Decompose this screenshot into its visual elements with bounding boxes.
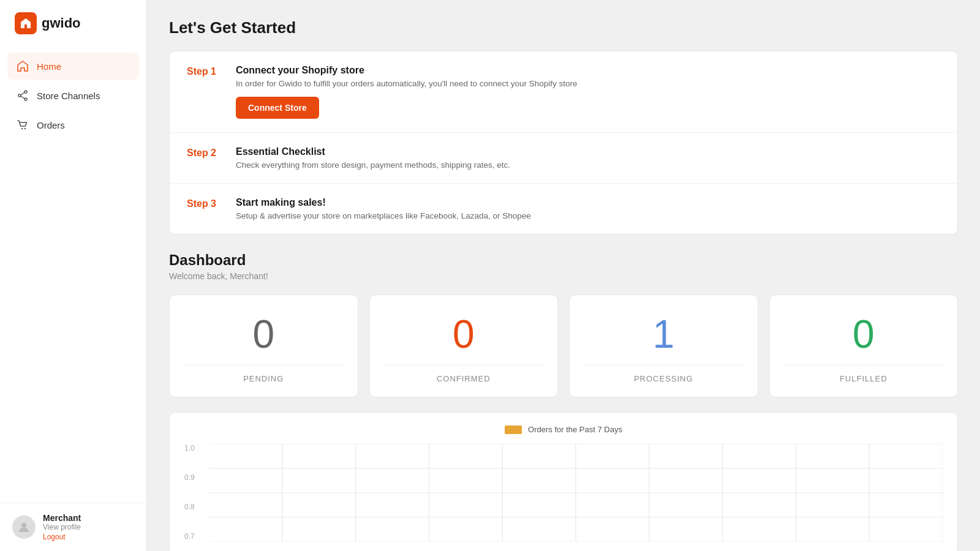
step-2-desc: Check everything from store design, paym…: [236, 160, 940, 170]
step-3-desc: Setup & advertise your store on marketpl…: [236, 211, 940, 220]
chart-legend: Orders for the Past 7 Days: [184, 425, 943, 434]
stat-pending-label: PENDING: [243, 374, 284, 383]
step-1-row: Step 1 Connect your Shopify store In ord…: [170, 51, 957, 133]
y-axis-0.8: 0.8: [184, 503, 206, 511]
logo-icon: [15, 12, 37, 34]
step-2-title: Essential Checklist: [236, 146, 940, 157]
svg-point-7: [21, 523, 26, 528]
view-profile-link[interactable]: View profile: [43, 523, 81, 531]
logo-text: gwido: [42, 15, 81, 31]
step-1-title: Connect your Shopify store: [236, 65, 940, 76]
svg-point-1: [18, 94, 21, 97]
step-2-content: Essential Checklist Check everything fro…: [236, 146, 940, 170]
legend-color-dot: [505, 425, 522, 434]
user-info: Merchant View profile Logout: [43, 513, 81, 541]
dashboard-subtitle: Welcome back, Merchant!: [169, 271, 958, 281]
sidebar-user: Merchant View profile Logout: [0, 503, 146, 551]
avatar: [12, 515, 36, 539]
step-3-title: Start making sales!: [236, 197, 940, 208]
svg-point-0: [24, 91, 27, 93]
chart-container: 1.0 0.9 0.8 0.7: [184, 444, 943, 542]
stat-card-processing: 1 PROCESSING: [569, 294, 758, 397]
sidebar-item-home[interactable]: Home: [7, 53, 139, 80]
stat-confirmed-value: 0: [453, 315, 475, 354]
home-icon: [16, 59, 29, 73]
share-icon: [16, 89, 29, 102]
user-name: Merchant: [43, 513, 81, 523]
chart-card: Orders for the Past 7 Days 1.0 0.9 0.8 0…: [169, 412, 958, 551]
step-1-desc: In order for Gwido to fulfill your order…: [236, 79, 940, 88]
sidebar-nav: Home Store Channels: [0, 53, 146, 503]
logout-link[interactable]: Logout: [43, 533, 81, 541]
stat-card-fulfilled: 0 FULFILLED: [769, 294, 959, 397]
cart-icon: [16, 118, 29, 132]
stats-grid: 0 PENDING 0 CONFIRMED 1 PROCESSING 0 FUL…: [169, 294, 958, 397]
sidebar-item-orders[interactable]: Orders: [7, 111, 139, 138]
stat-fulfilled-value: 0: [853, 315, 875, 354]
svg-point-5: [21, 128, 23, 129]
main-content: Let's Get Started Step 1 Connect your Sh…: [147, 0, 980, 551]
stat-fulfilled-label: FULFILLED: [840, 374, 888, 383]
y-axis-1.0: 1.0: [184, 444, 206, 452]
step-2-row: Step 2 Essential Checklist Check everyth…: [170, 133, 957, 184]
logo: gwido: [0, 0, 146, 47]
step-1-label: Step 1: [187, 65, 236, 77]
sidebar-item-orders-label: Orders: [37, 120, 65, 130]
step-3-content: Start making sales! Setup & advertise yo…: [236, 197, 940, 220]
stat-card-confirmed: 0 CONFIRMED: [369, 294, 559, 397]
svg-line-4: [21, 96, 24, 99]
svg-point-2: [24, 98, 27, 100]
chart-y-axis: 1.0 0.9 0.8 0.7: [184, 444, 206, 542]
y-axis-0.7: 0.7: [184, 532, 206, 541]
chart-legend-label: Orders for the Past 7 Days: [528, 425, 622, 434]
svg-line-3: [21, 92, 24, 95]
sidebar: gwido Home Store Channels: [0, 0, 147, 551]
y-axis-0.9: 0.9: [184, 473, 206, 482]
stat-processing-value: 1: [652, 315, 674, 354]
step-3-label: Step 3: [187, 197, 236, 209]
sidebar-item-store-channels-label: Store Channels: [37, 91, 100, 101]
get-started-card: Step 1 Connect your Shopify store In ord…: [169, 51, 958, 234]
stat-confirmed-label: CONFIRMED: [437, 374, 491, 383]
sidebar-item-store-channels[interactable]: Store Channels: [7, 82, 139, 109]
connect-store-button[interactable]: Connect Store: [236, 97, 319, 119]
stat-processing-label: PROCESSING: [634, 374, 693, 383]
chart-plot: [209, 444, 943, 542]
page-title: Let's Get Started: [169, 18, 958, 37]
step-2-label: Step 2: [187, 146, 236, 159]
step-3-row: Step 3 Start making sales! Setup & adver…: [170, 184, 957, 234]
sidebar-item-home-label: Home: [37, 61, 61, 72]
chart-svg: [209, 444, 943, 542]
svg-point-6: [24, 128, 26, 129]
step-1-content: Connect your Shopify store In order for …: [236, 65, 940, 119]
stat-pending-value: 0: [252, 315, 274, 354]
stat-card-pending: 0 PENDING: [169, 294, 358, 397]
dashboard-title: Dashboard: [169, 252, 958, 269]
